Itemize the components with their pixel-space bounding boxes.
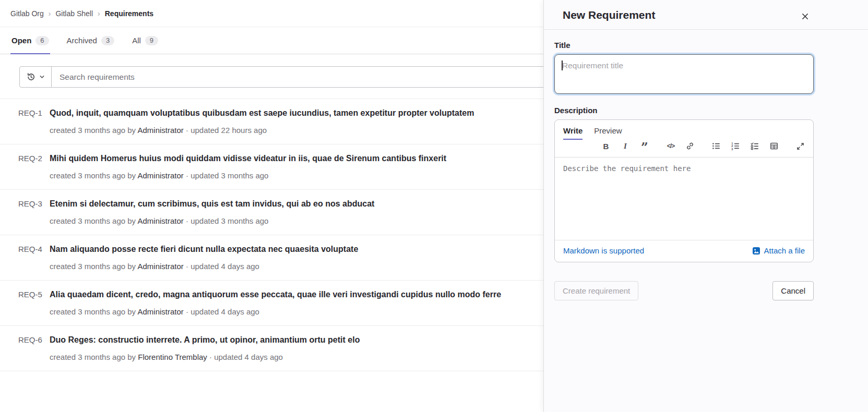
tab-open-count-badge: 6 xyxy=(35,36,49,45)
requirement-meta: created 3 months ago by Florentino Tremb… xyxy=(50,353,360,362)
requirement-id: REQ-1 xyxy=(18,107,50,135)
italic-button[interactable]: I xyxy=(621,141,630,151)
link-button[interactable] xyxy=(685,141,695,151)
svg-text:3: 3 xyxy=(731,148,733,150)
task-list-button[interactable] xyxy=(750,141,759,151)
requirement-author[interactable]: Florentino Tremblay xyxy=(138,353,207,361)
italic-icon: I xyxy=(624,142,627,151)
tab-all-label: All xyxy=(132,36,141,45)
tab-preview[interactable]: Preview xyxy=(594,126,622,140)
breadcrumb-item-current: Requirements xyxy=(105,9,153,18)
requirement-updated-text: updated 22 hours ago xyxy=(191,126,267,135)
new-requirement-drawer: New Requirement Title Description Write … xyxy=(543,0,868,412)
bold-button[interactable]: B xyxy=(601,141,611,151)
requirement-title[interactable]: Nam aliquando posse recte fieri dicunt n… xyxy=(50,244,358,255)
create-requirement-button[interactable]: Create requirement xyxy=(554,281,638,300)
requirement-meta: created 3 months ago by Administrator · … xyxy=(50,307,501,317)
requirement-main: Etenim si delectamur, cum scribimus, qui… xyxy=(50,198,374,226)
code-icon: </> xyxy=(667,142,674,150)
link-icon xyxy=(686,142,694,150)
requirement-created-text: created 3 months ago by xyxy=(50,216,136,225)
meta-separator: · xyxy=(186,216,188,225)
requirement-description-input[interactable] xyxy=(555,157,813,240)
fullscreen-button[interactable] xyxy=(795,141,805,151)
attach-file-label: Attach a file xyxy=(764,246,805,255)
requirement-updated-text: updated 4 days ago xyxy=(191,262,259,271)
requirement-title[interactable]: Duo Reges: constructio interrete. A prim… xyxy=(50,334,360,345)
drawer-title: New Requirement xyxy=(563,9,655,21)
history-icon xyxy=(27,72,35,81)
bulleted-list-button[interactable] xyxy=(711,141,721,151)
requirement-title[interactable]: Mihi quidem Homerus huius modi quiddam v… xyxy=(50,153,446,164)
drawer-header: New Requirement xyxy=(544,0,868,30)
code-button[interactable]: </> xyxy=(666,141,675,151)
requirement-id: REQ-4 xyxy=(18,244,50,271)
drawer-body: Title Description Write Preview B I xyxy=(544,41,868,300)
text-caret xyxy=(562,60,563,70)
breadcrumb-item-group[interactable]: Gitlab Org xyxy=(10,9,44,18)
bulleted-list-icon xyxy=(712,142,720,150)
quote-icon: ” xyxy=(641,146,648,150)
requirement-created-text: created 3 months ago by xyxy=(50,171,136,180)
requirement-meta: created 3 months ago by Administrator · … xyxy=(50,216,374,226)
requirement-updated-text: updated 4 days ago xyxy=(214,353,283,361)
requirement-main: Alia quaedam dicent, credo, magna antiqu… xyxy=(50,289,501,317)
tab-open-label: Open xyxy=(11,36,31,45)
requirement-id: REQ-5 xyxy=(18,289,50,317)
requirement-main: Nam aliquando posse recte fieri dicunt n… xyxy=(50,244,358,271)
requirement-author[interactable]: Administrator xyxy=(137,171,183,180)
numbered-list-icon: 1 2 3 xyxy=(731,142,740,150)
requirement-title[interactable]: Alia quaedam dicent, credo, magna antiqu… xyxy=(50,289,501,300)
title-field-label: Title xyxy=(554,41,814,50)
tab-all[interactable]: All 9 xyxy=(131,27,159,54)
meta-separator: · xyxy=(186,262,188,271)
requirement-meta: created 3 months ago by Administrator · … xyxy=(50,126,474,135)
numbered-list-button[interactable]: 1 2 3 xyxy=(731,141,740,151)
tab-archived[interactable]: Archived 3 xyxy=(66,27,116,54)
requirement-author[interactable]: Administrator xyxy=(137,262,183,271)
tab-archived-count-badge: 3 xyxy=(101,36,114,45)
markdown-toolbar: B I ” </> xyxy=(563,140,806,157)
requirement-author[interactable]: Administrator xyxy=(137,126,183,135)
meta-separator: · xyxy=(186,171,188,180)
bold-icon: B xyxy=(603,142,609,151)
markdown-tabs: Write Preview xyxy=(563,126,806,140)
requirement-updated-text: updated 3 months ago xyxy=(191,171,268,180)
close-drawer-button[interactable] xyxy=(799,10,811,22)
markdown-editor-footer: Markdown is supported Attach a file xyxy=(555,240,813,262)
requirement-created-text: created 3 months ago by xyxy=(50,353,136,361)
requirement-id: REQ-2 xyxy=(18,153,50,180)
tab-open[interactable]: Open 6 xyxy=(10,27,50,54)
requirement-created-text: created 3 months ago by xyxy=(50,262,136,271)
cancel-button[interactable]: Cancel xyxy=(772,281,814,300)
quote-button[interactable]: ” xyxy=(640,141,649,151)
requirement-meta: created 3 months ago by Administrator · … xyxy=(50,171,446,180)
requirement-created-text: created 3 months ago by xyxy=(50,126,136,135)
requirement-title[interactable]: Quod, inquit, quamquam voluptatibus quib… xyxy=(50,107,474,118)
tab-write[interactable]: Write xyxy=(563,126,582,140)
requirement-title[interactable]: Etenim si delectamur, cum scribimus, qui… xyxy=(50,198,374,209)
breadcrumb-separator: › xyxy=(98,9,100,18)
meta-separator: · xyxy=(186,307,188,316)
requirement-meta: created 3 months ago by Administrator · … xyxy=(50,262,358,271)
requirement-id: REQ-3 xyxy=(18,198,50,226)
table-icon xyxy=(770,142,778,150)
breadcrumb-item-project[interactable]: Gitlab Shell xyxy=(55,9,93,18)
attach-file-button[interactable]: Attach a file xyxy=(752,246,805,255)
meta-separator: · xyxy=(209,353,212,361)
markdown-editor: Write Preview B I ” </> xyxy=(554,119,814,262)
requirement-main: Mihi quidem Homerus huius modi quiddam v… xyxy=(50,153,446,180)
description-field-label: Description xyxy=(554,106,814,115)
requirement-title-input[interactable] xyxy=(554,54,814,94)
fullscreen-icon xyxy=(796,142,804,150)
requirement-id: REQ-6 xyxy=(18,334,50,362)
requirement-updated-text: updated 3 months ago xyxy=(191,216,268,225)
attach-image-icon xyxy=(752,247,760,255)
requirement-author[interactable]: Administrator xyxy=(137,307,183,316)
requirement-author[interactable]: Administrator xyxy=(137,216,183,225)
table-button[interactable] xyxy=(769,141,779,151)
search-history-button[interactable] xyxy=(20,67,52,87)
breadcrumb-separator: › xyxy=(49,9,51,18)
drawer-actions: Create requirement Cancel xyxy=(554,281,814,300)
markdown-supported-link[interactable]: Markdown is supported xyxy=(563,246,644,255)
